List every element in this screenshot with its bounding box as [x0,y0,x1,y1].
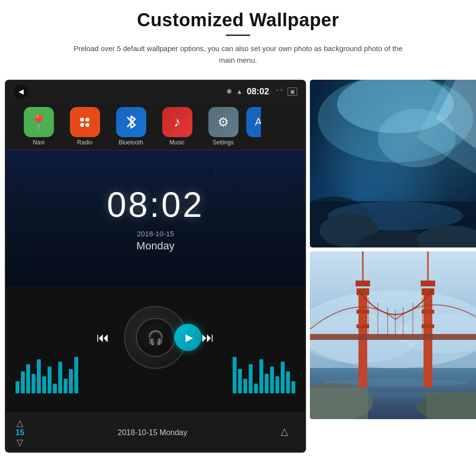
chevron-up-icon: ⌃⌃ [275,88,284,95]
eq-left [16,354,78,393]
page-subtitle: Preload over 5 default wallpaper options… [73,43,403,66]
status-time: 08:02 [247,87,269,97]
title-underline [226,35,250,36]
home-nav-icon: △ [281,426,288,437]
eq-bar-11 [69,369,73,393]
eq-bar-r8 [270,367,274,393]
status-bar: ◀ ✱ ▲ 08:02 ⌃⌃ ▣ [6,81,305,102]
settings-label: Settings [213,139,234,146]
bluetooth-symbol-icon [123,112,139,132]
svg-rect-27 [357,310,369,314]
bridge-svg [310,251,476,419]
headphone-icon: 🎧 [147,330,164,346]
clock-date-display: 2018-10-15 [137,229,174,238]
eq-bar-5 [37,359,41,393]
clock-day-display: Monday [136,240,174,252]
page-title: Customized Wallpaper [137,10,339,31]
music-note-icon: ♪ [174,114,181,130]
eq-bar-2 [21,371,25,393]
app-settings[interactable]: ⚙ Settings [200,107,246,146]
navi-label: Navi [33,139,44,146]
eq-bar-7 [48,367,51,393]
radio-icon-box [70,107,100,137]
eq-bar-10 [64,379,68,393]
eq-bar-12 [74,357,78,393]
clock-area: 08:02 2018-10-15 Monday [6,150,305,286]
track-up-arrow[interactable]: △ [17,418,23,428]
app-music[interactable]: ♪ Music [154,107,200,146]
music-player: ⏮ 🎧 ▶ ⏭ [6,286,305,413]
car-screen: ◀ ✱ ▲ 08:02 ⌃⌃ ▣ 📍 Navi [5,80,306,453]
svg-rect-29 [422,310,434,314]
app-radio[interactable]: Radio [62,107,108,146]
eq-bar-1 [16,381,19,393]
svg-rect-22 [357,288,369,295]
radio-label: Radio [77,139,92,146]
photo-golden-gate [310,251,476,419]
eq-right [233,354,295,393]
eq-bar-r9 [275,376,279,393]
eq-bar-r6 [259,359,263,393]
eq-bar-r1 [233,357,237,393]
play-button[interactable]: ▶ [174,324,202,351]
nav-home-button[interactable]: △ [281,425,295,440]
extra-icon-box: A [246,107,261,137]
status-left: ◀ [14,84,28,99]
navi-icon: 📍 [30,114,48,131]
eq-bar-r11 [286,371,290,393]
ice-cave-svg [310,80,476,247]
svg-rect-38 [310,334,476,340]
music-disc-container: 🎧 ▶ [124,306,187,369]
play-icon: ▶ [186,332,193,343]
bluetooth-label: Bluetooth [119,139,143,146]
track-down-arrow[interactable]: ▽ [17,437,23,448]
eq-bar-r4 [249,364,253,393]
clock-time-display: 08:02 [107,185,204,225]
bluetooth-status-icon: ✱ [226,88,232,95]
radio-icon [76,114,93,131]
eq-bar-r10 [281,362,285,393]
svg-rect-26 [421,281,435,286]
main-content: ◀ ✱ ▲ 08:02 ⌃⌃ ▣ 📍 Navi [5,80,471,453]
status-right: ✱ ▲ 08:02 ⌃⌃ ▣ [226,87,297,97]
disc-inner: 🎧 [136,318,175,357]
prev-button[interactable]: ⏮ [97,330,109,345]
svg-rect-28 [357,324,369,328]
back-icon: ◀ [18,88,24,95]
svg-rect-25 [422,288,434,295]
app-navi[interactable]: 📍 Navi [16,107,62,146]
eq-bar-r7 [265,374,269,393]
svg-rect-30 [422,324,434,328]
eq-bar-r2 [238,369,242,393]
window-icon: ▣ [288,88,297,96]
settings-icon-box: ⚙ [208,107,238,137]
photos-column [310,80,476,419]
svg-point-13 [378,109,456,167]
music-label: Music [170,139,185,146]
app-icons-bar: 📍 Navi Radio [6,102,305,150]
eq-bar-9 [58,362,62,393]
eq-bar-6 [42,376,46,393]
bottom-bar: △ 15 ▽ 2018-10-15 Monday △ [6,413,305,452]
app-bluetooth[interactable]: Bluetooth [108,107,154,146]
eq-bar-r3 [243,379,247,393]
bottom-date-label: 2018-10-15 Monday [24,428,281,437]
next-button[interactable]: ⏭ [202,330,214,345]
eq-bar-4 [32,374,35,393]
back-button[interactable]: ◀ [14,84,28,99]
signal-icon: ▲ [236,88,243,95]
bluetooth-icon-box [116,107,146,137]
svg-rect-42 [426,392,476,419]
eq-bar-8 [53,384,57,393]
svg-rect-23 [356,281,370,286]
navi-icon-box: 📍 [24,107,54,137]
settings-gear-icon: ⚙ [218,115,229,130]
app-extra: A [246,107,261,146]
photo-ice-cave [310,80,476,247]
music-icon-box: ♪ [162,107,192,137]
svg-rect-41 [310,388,368,419]
eq-bar-3 [26,364,30,393]
track-number: 15 [16,428,24,437]
eq-bar-r12 [291,381,295,393]
eq-bar-r5 [254,384,258,393]
